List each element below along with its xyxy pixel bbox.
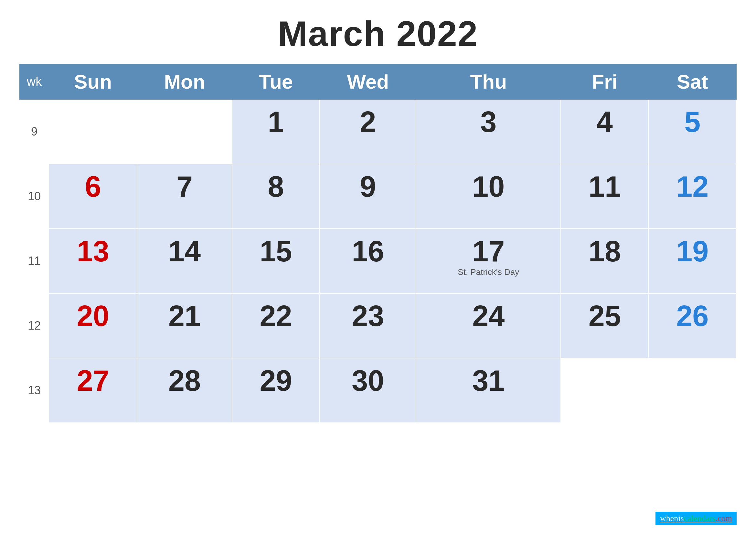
day-number: 12 [655, 169, 730, 201]
col-header-sun: Sun [49, 64, 137, 99]
day-number: 17 [422, 234, 554, 266]
day-number: 3 [422, 104, 554, 136]
day-number: 19 [655, 234, 730, 266]
page-title: March 2022 [278, 13, 478, 54]
day-cell [561, 358, 648, 423]
day-cell [137, 99, 232, 164]
calendar-row-week-11: 111314151617St. Patrick's Day1819 [20, 229, 736, 294]
day-number: 24 [422, 298, 554, 330]
holiday-label: St. Patrick's Day [422, 267, 554, 277]
day-number: 4 [567, 104, 642, 136]
day-number: 28 [143, 363, 226, 395]
day-number: 7 [143, 169, 226, 201]
day-cell: 15 [232, 229, 320, 294]
calendar-row-week-9: 912345 [20, 99, 736, 164]
day-cell: 29 [232, 358, 320, 423]
day-cell: 6 [49, 164, 137, 229]
calendar-wrapper: wk Sun Mon Tue Wed Thu Fri Sat 912345106… [19, 64, 737, 423]
day-cell: 22 [232, 294, 320, 358]
day-number: 26 [655, 298, 730, 330]
calendar-row-week-13: 132728293031 [20, 358, 736, 423]
watermark[interactable]: wheniscalendars.com [656, 512, 737, 525]
day-cell: 19 [649, 229, 736, 294]
week-number-12: 12 [20, 294, 49, 358]
day-cell: 7 [137, 164, 232, 229]
day-number: 6 [55, 169, 131, 201]
day-number: 20 [55, 298, 131, 330]
watermark-text1: whenis [660, 514, 684, 523]
day-number: 10 [422, 169, 554, 201]
day-cell: 10 [416, 164, 561, 229]
week-number-13: 13 [20, 358, 49, 423]
day-number: 30 [326, 363, 410, 395]
calendar-row-week-12: 1220212223242526 [20, 294, 736, 358]
col-header-sat: Sat [649, 64, 736, 99]
day-number: 13 [55, 234, 131, 266]
day-cell: 13 [49, 229, 137, 294]
col-header-mon: Mon [137, 64, 232, 99]
header-row: wk Sun Mon Tue Wed Thu Fri Sat [20, 64, 736, 99]
calendar-row-week-10: 106789101112 [20, 164, 736, 229]
day-number: 14 [143, 234, 226, 266]
day-number: 15 [238, 234, 313, 266]
day-number: 23 [326, 298, 410, 330]
day-cell: 24 [416, 294, 561, 358]
col-header-wed: Wed [320, 64, 416, 99]
day-cell: 30 [320, 358, 416, 423]
day-number: 22 [238, 298, 313, 330]
day-number: 21 [143, 298, 226, 330]
day-cell: 26 [649, 294, 736, 358]
week-number-11: 11 [20, 229, 49, 294]
day-cell [649, 358, 736, 423]
day-cell: 14 [137, 229, 232, 294]
day-cell: 20 [49, 294, 137, 358]
day-cell: 23 [320, 294, 416, 358]
day-cell: 12 [649, 164, 736, 229]
day-cell: 1 [232, 99, 320, 164]
week-number-10: 10 [20, 164, 49, 229]
day-cell: 3 [416, 99, 561, 164]
watermark-text3: .com [716, 514, 732, 523]
day-number: 5 [655, 104, 730, 136]
day-number: 2 [326, 104, 410, 136]
day-cell: 18 [561, 229, 648, 294]
day-cell: 17St. Patrick's Day [416, 229, 561, 294]
day-cell: 5 [649, 99, 736, 164]
day-cell: 31 [416, 358, 561, 423]
watermark-text2: calendars [684, 514, 716, 523]
day-cell: 28 [137, 358, 232, 423]
day-number: 9 [326, 169, 410, 201]
day-cell: 11 [561, 164, 648, 229]
day-cell: 4 [561, 99, 648, 164]
day-number: 1 [238, 104, 313, 136]
day-cell [49, 99, 137, 164]
col-header-fri: Fri [561, 64, 648, 99]
day-number: 29 [238, 363, 313, 395]
day-number: 18 [567, 234, 642, 266]
col-header-tue: Tue [232, 64, 320, 99]
col-header-thu: Thu [416, 64, 561, 99]
day-number: 31 [422, 363, 554, 395]
day-cell: 16 [320, 229, 416, 294]
day-cell: 21 [137, 294, 232, 358]
calendar-table: wk Sun Mon Tue Wed Thu Fri Sat 912345106… [19, 64, 737, 423]
day-number: 27 [55, 363, 131, 395]
day-number: 25 [567, 298, 642, 330]
day-cell: 27 [49, 358, 137, 423]
day-number: 11 [567, 169, 642, 201]
col-header-wk: wk [20, 64, 49, 99]
day-cell: 25 [561, 294, 648, 358]
week-number-9: 9 [20, 99, 49, 164]
day-cell: 2 [320, 99, 416, 164]
day-cell: 8 [232, 164, 320, 229]
day-number: 8 [238, 169, 313, 201]
day-cell: 9 [320, 164, 416, 229]
day-number: 16 [326, 234, 410, 266]
